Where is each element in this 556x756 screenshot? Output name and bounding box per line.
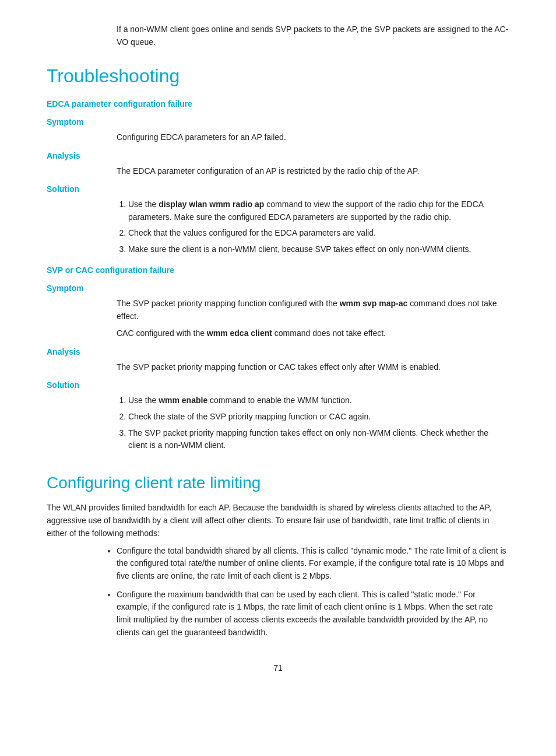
list-item: Configure the maximum bandwidth that can… [117, 589, 509, 639]
svp-symptom-para2: CAC configured with the wmm edca client … [47, 327, 509, 340]
edca-solution-list: Use the display wlan wmm radio ap comman… [47, 198, 509, 256]
edca-symptom-text: Configuring EDCA parameters for an AP fa… [47, 131, 509, 144]
list-item: Make sure the client is a non-WMM client… [128, 243, 509, 256]
list-item: Configure the total bandwidth shared by … [117, 545, 509, 583]
svp-solution-list: Use the wmm enable command to enable the… [47, 394, 509, 452]
svp-heading: SVP or CAC configuration failure [47, 264, 509, 277]
list-item: The SVP packet priority mapping function… [128, 427, 509, 452]
edca-analysis-text: The EDCA parameter configuration of an A… [47, 165, 509, 178]
svp-symptom-para1: The SVP packet priority mapping function… [47, 298, 509, 323]
list-item: Use the display wlan wmm radio ap comman… [128, 198, 509, 223]
configuring-bullet-list: Configure the total bandwidth shared by … [47, 545, 509, 639]
svp-analysis-label: Analysis [47, 346, 509, 359]
svp-analysis-text: The SVP packet priority mapping function… [47, 361, 509, 374]
svp-symptom-label: Symptom [47, 282, 509, 295]
list-item: Check the state of the SVP priority mapp… [128, 411, 509, 424]
page-number: 71 [47, 662, 509, 675]
svp-solution-label: Solution [47, 379, 509, 392]
edca-analysis-label: Analysis [47, 150, 509, 163]
list-item: Check that the values configured for the… [128, 227, 509, 240]
configuring-title: Configuring client rate limiting [47, 473, 509, 493]
configuring-intro: The WLAN provides limited bandwidth for … [47, 502, 509, 540]
edca-solution-label: Solution [47, 183, 509, 196]
list-item: Use the wmm enable command to enable the… [128, 394, 509, 407]
edca-symptom-label: Symptom [47, 116, 509, 129]
troubleshooting-title: Troubleshooting [47, 65, 509, 87]
edca-heading: EDCA parameter configuration failure [47, 98, 509, 111]
intro-paragraph: If a non-WMM client goes online and send… [47, 23, 509, 48]
